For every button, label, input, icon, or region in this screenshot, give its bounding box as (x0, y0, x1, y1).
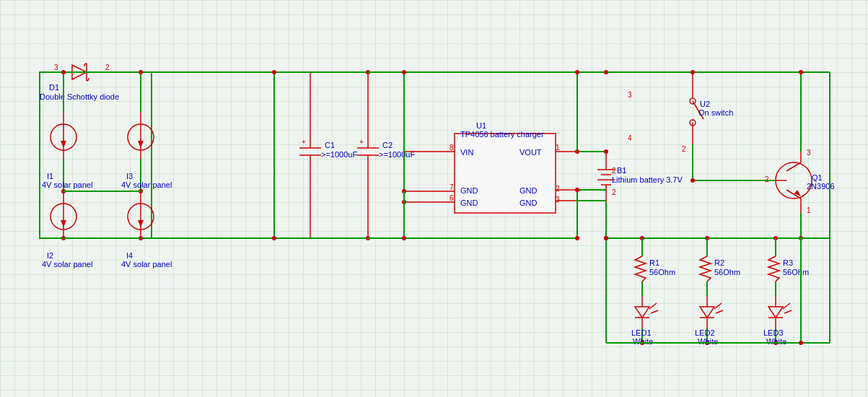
svg-line-215 (784, 310, 792, 313)
svg-text:I4: I4 (126, 251, 133, 260)
svg-text:B1: B1 (617, 166, 626, 175)
svg-text:56Ohm: 56Ohm (783, 268, 809, 276)
svg-marker-52 (138, 220, 144, 227)
svg-text:1: 1 (556, 144, 560, 152)
svg-text:R1: R1 (649, 258, 659, 267)
svg-text:3: 3 (628, 91, 632, 99)
LED3-led: LED3 White (763, 296, 792, 346)
svg-text:LED3: LED3 (763, 328, 784, 337)
I4-solar: I4 4V solar panel (121, 189, 172, 269)
svg-text:+: + (359, 138, 364, 146)
R2-resistor: R2 56Ohm (700, 238, 740, 296)
svg-text:I1: I1 (47, 172, 53, 180)
svg-text:U2: U2 (700, 100, 710, 108)
R1-resistor: R1 56Ohm (635, 238, 675, 296)
I3-solar: I3 4V solar panel (121, 70, 172, 191)
svg-line-184 (649, 303, 657, 309)
svg-text:I3: I3 (126, 172, 133, 180)
svg-text:R3: R3 (783, 258, 793, 267)
svg-text:C2: C2 (382, 141, 393, 149)
svg-text:7: 7 (450, 183, 454, 191)
svg-point-120 (575, 188, 579, 192)
svg-line-185 (651, 310, 658, 313)
svg-text:>=1000uF: >=1000uF (321, 150, 357, 159)
svg-point-128 (604, 149, 608, 154)
svg-text:4V solar panel: 4V solar panel (42, 180, 92, 189)
svg-text:LED1: LED1 (631, 328, 652, 337)
svg-text:D1: D1 (49, 83, 59, 92)
svg-text:GND: GND (520, 186, 538, 195)
svg-text:2: 2 (765, 175, 769, 183)
svg-text:2: 2 (612, 188, 616, 196)
svg-point-107 (402, 70, 406, 74)
svg-text:On switch: On switch (698, 108, 733, 117)
svg-text:C1: C1 (325, 141, 335, 149)
svg-point-147 (604, 70, 608, 74)
svg-point-26 (61, 70, 66, 74)
svg-text:LED2: LED2 (695, 328, 715, 337)
LED2-led: LED2 White (695, 296, 723, 346)
svg-text:4V solar panel: 4V solar panel (121, 180, 172, 189)
svg-text:I2: I2 (47, 251, 53, 260)
R3-resistor: R3 56Ohm (768, 238, 809, 296)
svg-marker-43 (138, 141, 144, 148)
svg-point-68 (272, 236, 276, 240)
svg-text:3: 3 (807, 149, 811, 157)
C1-capacitor: + C1 >=1000uF (272, 70, 357, 240)
Q1-transistor: 3 1 2 Q1 2N3906 (691, 70, 835, 240)
svg-text:Lithium battery 3.7V: Lithium battery 3.7V (612, 175, 683, 184)
svg-text:1: 1 (807, 206, 811, 214)
svg-text:VIN: VIN (460, 148, 473, 157)
svg-point-163 (691, 178, 695, 183)
svg-text:U1: U1 (476, 121, 486, 130)
U2-switch: 3 4 2 U2 On switch (604, 70, 830, 159)
svg-point-148 (691, 70, 695, 74)
svg-point-165 (799, 70, 803, 74)
svg-point-119 (575, 236, 579, 240)
svg-text:3: 3 (54, 64, 58, 71)
svg-line-200 (714, 303, 722, 309)
svg-marker-22 (61, 141, 66, 148)
svg-text:White: White (698, 337, 718, 346)
svg-text:GND: GND (520, 198, 538, 207)
svg-text:2: 2 (682, 145, 686, 153)
svg-text:4V solar panel: 4V solar panel (42, 260, 92, 269)
svg-text:56Ohm: 56Ohm (714, 268, 740, 276)
svg-line-151 (786, 162, 801, 171)
svg-point-67 (272, 70, 276, 74)
svg-line-214 (783, 303, 790, 309)
D1-diode: 3 2 D1 Double Schottky diode (40, 64, 119, 101)
svg-text:56Ohm: 56Ohm (649, 268, 675, 276)
svg-point-225 (799, 341, 803, 345)
svg-text:GND: GND (460, 198, 478, 207)
svg-text:Double Schottky diode: Double Schottky diode (40, 92, 119, 101)
svg-point-111 (402, 236, 406, 240)
I2-solar: I2 4V solar panel (42, 189, 92, 269)
svg-marker-181 (635, 307, 649, 318)
svg-text:+: + (302, 138, 306, 146)
svg-marker-211 (768, 307, 783, 318)
svg-text:6: 6 (450, 194, 454, 202)
svg-point-223 (604, 236, 608, 240)
svg-text:4: 4 (628, 134, 632, 142)
svg-point-46 (139, 70, 143, 74)
svg-text:4V solar panel: 4V solar panel (121, 260, 172, 269)
svg-text:8: 8 (450, 144, 454, 152)
U1-ic: U1 TP4056 battery charger 8 VIN VOUT 1 7… (402, 70, 577, 240)
svg-text:VOUT: VOUT (520, 148, 542, 157)
svg-text:Q1: Q1 (812, 173, 823, 182)
svg-line-201 (716, 310, 723, 313)
svg-text:3: 3 (556, 196, 560, 204)
svg-text:2: 2 (612, 167, 616, 175)
svg-text:White: White (633, 337, 653, 346)
svg-marker-197 (700, 307, 714, 318)
svg-point-115 (575, 70, 579, 74)
schematic: 3 2 D1 Double Schottky diode I1 4V solar… (0, 0, 868, 397)
svg-text:2: 2 (556, 185, 560, 193)
svg-text:2: 2 (105, 64, 110, 71)
svg-text:TP4056 battery charger: TP4056 battery charger (460, 130, 544, 139)
B1-battery: 2 2 B1 Lithium battery 3.7V (597, 149, 683, 240)
svg-text:GND: GND (460, 186, 478, 195)
svg-text:White: White (766, 337, 786, 346)
svg-text:R2: R2 (714, 258, 724, 267)
